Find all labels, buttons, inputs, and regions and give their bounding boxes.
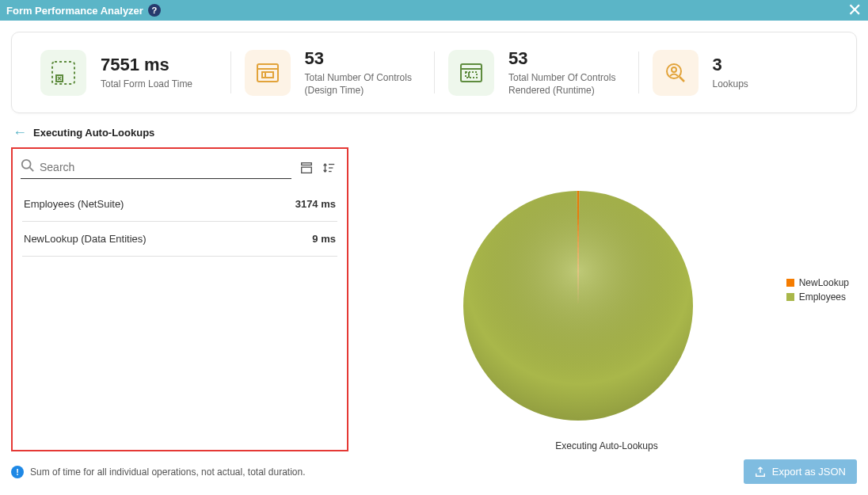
breadcrumb: ← Executing Auto-Lookups [0, 121, 868, 147]
list-item-value: 3174 ms [295, 198, 336, 210]
controls-runtime-icon [448, 50, 494, 96]
svg-line-14 [30, 168, 34, 172]
svg-rect-6 [461, 64, 482, 82]
legend-item[interactable]: Employees [786, 291, 849, 303]
stats-card: 7551 ms Total Form Load Time 53 Total Nu… [11, 32, 857, 113]
body: Employees (NetSuite) 3174 ms NewLookup (… [0, 147, 868, 451]
help-icon[interactable]: ? [148, 4, 161, 17]
footer: ! Sum of time for all individual operati… [0, 459, 868, 484]
list-item-name: NewLookup (Data Entities) [24, 233, 147, 245]
legend-item[interactable]: NewLookup [786, 277, 849, 288]
search-input[interactable] [40, 161, 291, 173]
legend-swatch [786, 279, 794, 287]
stat-value: 7551 ms [101, 55, 192, 75]
list-toolbar-icons [299, 161, 336, 175]
export-json-button[interactable]: Export as JSON [744, 459, 857, 484]
timer-icon [40, 50, 86, 96]
stat-label: Total Form Load Time [101, 78, 192, 91]
stat-label: Total Number Of Controls (Design Time) [305, 72, 421, 97]
legend-swatch [786, 293, 794, 301]
legend-label: Employees [799, 291, 846, 303]
section-title: Executing Auto-Lookups [33, 127, 154, 139]
close-icon[interactable]: ✕ [847, 2, 862, 19]
search-icon [21, 158, 35, 175]
svg-line-12 [680, 77, 684, 82]
list-item[interactable]: NewLookup (Data Entities) 9 ms [22, 222, 337, 257]
stat-value: 53 [508, 48, 624, 69]
list-item-value: 9 ms [312, 233, 336, 245]
stat-total-load-time: 7551 ms Total Form Load Time [26, 48, 230, 97]
lookup-icon [653, 50, 699, 96]
stat-value: 53 [305, 48, 421, 69]
footer-note: Sum of time for all individual operation… [30, 466, 306, 478]
svg-point-11 [672, 67, 676, 72]
stat-value: 3 [713, 55, 748, 75]
upload-icon [755, 466, 766, 478]
list-item[interactable]: Employees (NetSuite) 3174 ms [22, 187, 337, 222]
pie-chart [459, 187, 697, 427]
search-toolbar [13, 149, 347, 184]
lookup-list-panel: Employees (NetSuite) 3174 ms NewLookup (… [11, 147, 348, 451]
title-bar: Form Performance Analyzer ? ✕ [0, 0, 868, 21]
sort-icon[interactable] [322, 161, 336, 175]
collapse-icon[interactable] [299, 161, 314, 175]
chart-caption: Executing Auto-Lookups [356, 440, 857, 451]
stat-lookups: 3 Lookups [638, 48, 843, 97]
info-icon: ! [11, 466, 24, 478]
export-json-label: Export as JSON [772, 466, 846, 478]
svg-rect-4 [262, 72, 273, 78]
chart-legend: NewLookupEmployees [786, 277, 849, 306]
chart-panel: NewLookupEmployees Executing Auto-Lookup… [356, 147, 857, 451]
stat-label: Lookups [713, 78, 748, 91]
stat-label: Total Number Of Controls Rendered (Runti… [508, 72, 624, 97]
list-item-name: Employees (NetSuite) [24, 198, 124, 210]
controls-design-icon [245, 50, 291, 96]
stat-controls-design: 53 Total Number Of Controls (Design Time… [230, 48, 435, 97]
search-wrap [21, 157, 291, 179]
app-title: Form Performance Analyzer [6, 5, 143, 17]
svg-point-20 [463, 191, 693, 421]
svg-point-13 [22, 160, 31, 169]
lookup-list: Employees (NetSuite) 3174 ms NewLookup (… [13, 184, 347, 257]
back-arrow-icon[interactable]: ← [13, 124, 27, 141]
legend-label: NewLookup [799, 277, 849, 288]
svg-rect-15 [302, 163, 312, 166]
svg-rect-16 [302, 167, 312, 173]
svg-rect-8 [466, 72, 477, 78]
stat-controls-runtime: 53 Total Number Of Controls Rendered (Ru… [434, 48, 638, 97]
